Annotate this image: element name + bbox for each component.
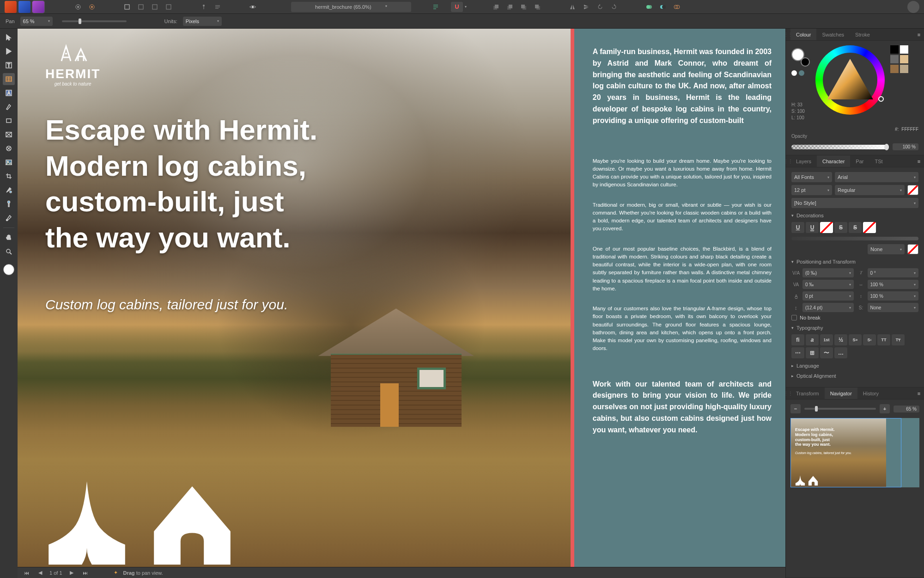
kerning-field[interactable]: 0 ‰▾ xyxy=(802,280,854,289)
deco-position-slider[interactable] xyxy=(791,237,918,240)
fill-tool[interactable] xyxy=(3,184,15,196)
artistic-text-tool[interactable]: A xyxy=(3,87,15,99)
section-positioning[interactable]: ▾Positioning and Transform xyxy=(791,259,918,264)
swatch[interactable] xyxy=(900,65,908,73)
section-icon[interactable] xyxy=(135,2,147,12)
font-collection-field[interactable]: All Fonts▾ xyxy=(791,172,832,182)
rotate-ccw-icon[interactable] xyxy=(594,2,606,12)
nav-zoom-slider[interactable] xyxy=(804,408,876,410)
rotate-cw-icon[interactable] xyxy=(608,2,620,12)
document-setup-icon[interactable] xyxy=(86,2,98,12)
tab-text-styles[interactable]: TSt xyxy=(869,155,888,167)
font-size-field[interactable]: 12 pt▾ xyxy=(791,185,832,195)
affinity-designer-icon[interactable] xyxy=(5,1,17,13)
font-weight-field[interactable]: Regular▾ xyxy=(835,185,905,195)
tab-character[interactable]: Character xyxy=(817,155,850,167)
zoom-slider[interactable] xyxy=(62,20,127,22)
transparency-tool[interactable] xyxy=(3,198,15,210)
move-back-icon[interactable] xyxy=(490,2,502,12)
align-panel-icon[interactable] xyxy=(430,2,442,12)
leading-field[interactable]: (12.4 pt)▾ xyxy=(802,303,854,312)
affinity-publisher-icon[interactable] xyxy=(32,1,44,13)
tab-swatches[interactable]: Swatches xyxy=(816,29,850,40)
last-spread-button[interactable]: ⏭ xyxy=(81,570,90,576)
typo-more-btn[interactable]: … xyxy=(834,347,847,358)
add-op-icon[interactable] xyxy=(643,2,655,12)
table-tool[interactable] xyxy=(3,73,15,85)
nav-zoom-out[interactable]: − xyxy=(790,404,801,413)
forward-one-icon[interactable] xyxy=(517,2,529,12)
pen-tool[interactable] xyxy=(3,101,15,113)
foreground-colour[interactable] xyxy=(3,264,14,275)
text-bg-swatch[interactable] xyxy=(907,185,918,195)
opacity-slider[interactable] xyxy=(791,145,889,149)
snapping-menu-arrow[interactable]: ▾ xyxy=(465,5,467,9)
double-underline-btn[interactable]: U xyxy=(806,222,819,233)
prev-spread-button[interactable]: ◀ xyxy=(36,570,44,576)
fractions-btn[interactable]: ½ xyxy=(834,334,847,345)
swatch[interactable] xyxy=(900,55,908,63)
underline-colour[interactable] xyxy=(820,222,833,233)
shear-field[interactable]: 0 °▾ xyxy=(868,268,919,277)
colour-wheel[interactable] xyxy=(815,45,885,115)
tab-layers[interactable]: Layers xyxy=(790,155,817,167)
colour-picker-tool[interactable] xyxy=(3,212,15,224)
text-wrap-icon[interactable] xyxy=(212,2,224,12)
zoom-tool[interactable] xyxy=(3,246,15,258)
stroke-well[interactable] xyxy=(801,57,810,67)
char-style-field[interactable]: [No Style]▾ xyxy=(791,198,918,208)
fields-icon[interactable] xyxy=(149,2,161,12)
recent-swatch[interactable] xyxy=(799,70,804,76)
flip-h-icon[interactable] xyxy=(566,2,578,12)
tracking-field[interactable]: (0 ‰)▾ xyxy=(802,268,854,277)
hex-readout[interactable]: #:FFFFFF xyxy=(786,126,924,132)
canvas[interactable]: HERMIT get back to nature Escape with He… xyxy=(18,29,785,567)
underline-btn[interactable]: U xyxy=(791,222,804,233)
nav-viewport-rect[interactable] xyxy=(790,418,901,487)
preview-mode-icon[interactable] xyxy=(247,2,259,12)
baseline-field[interactable]: 0 pt▾ xyxy=(802,291,854,301)
ordinals-btn[interactable]: 1st xyxy=(820,334,833,345)
swatch[interactable] xyxy=(890,65,899,73)
tab-paragraph[interactable]: Par xyxy=(850,155,869,167)
place-image-tool[interactable] xyxy=(3,156,15,168)
affinity-photo-icon[interactable] xyxy=(18,1,30,13)
node-tool[interactable] xyxy=(3,45,15,57)
swatch[interactable] xyxy=(890,45,899,54)
opacity-field[interactable]: 100 % xyxy=(893,143,918,150)
alternates-btn[interactable]: a xyxy=(806,334,819,345)
back-one-icon[interactable] xyxy=(504,2,516,12)
preflight-icon[interactable] xyxy=(121,2,133,12)
next-spread-button[interactable]: ▶ xyxy=(68,570,75,576)
allcaps-btn[interactable]: TT xyxy=(877,334,890,345)
smallcaps-btn[interactable]: Tᴛ xyxy=(892,334,905,345)
first-spread-button[interactable]: ⏮ xyxy=(22,570,31,576)
swatch[interactable] xyxy=(890,55,899,63)
char-panel-menu[interactable]: ≡ xyxy=(914,155,924,167)
strike-colour[interactable] xyxy=(863,222,876,233)
picture-frame-tool[interactable] xyxy=(3,129,15,141)
double-strike-btn[interactable]: S xyxy=(849,222,862,233)
tab-history[interactable]: History xyxy=(857,387,884,399)
no-break-checkbox[interactable]: No break xyxy=(791,315,918,320)
deco-colour-swatch[interactable] xyxy=(907,244,918,254)
nav-zoom-in[interactable]: + xyxy=(880,404,890,413)
section-decorations[interactable]: ▾Decorations xyxy=(791,213,918,218)
tab-stroke[interactable]: Stroke xyxy=(850,29,875,40)
account-icon[interactable] xyxy=(907,1,919,13)
section-typography[interactable]: ▾Typography xyxy=(791,325,918,331)
typo-extra-3[interactable]: 〜 xyxy=(820,347,833,358)
nav-preview[interactable]: Escape with Hermit. Modern log cabins, c… xyxy=(790,418,919,487)
recent-swatch[interactable] xyxy=(791,70,797,76)
scale-menu-field[interactable]: None▾ xyxy=(868,303,919,312)
ligatures-btn[interactable]: fi xyxy=(791,334,804,345)
typo-extra-1[interactable]: ⋯ xyxy=(791,347,804,358)
move-front-icon[interactable] xyxy=(531,2,543,12)
typo-extra-2[interactable]: ⊞ xyxy=(806,347,819,358)
zoom-field[interactable]: 65 %▾ xyxy=(20,17,53,26)
superscript-btn[interactable]: S» xyxy=(849,334,862,345)
text-frame-tool[interactable]: T xyxy=(3,59,15,71)
section-optical[interactable]: ▸Optical Alignment xyxy=(791,373,918,379)
deco-style-field[interactable]: None▾ xyxy=(868,244,905,254)
units-field[interactable]: Pixels▾ xyxy=(183,17,222,26)
